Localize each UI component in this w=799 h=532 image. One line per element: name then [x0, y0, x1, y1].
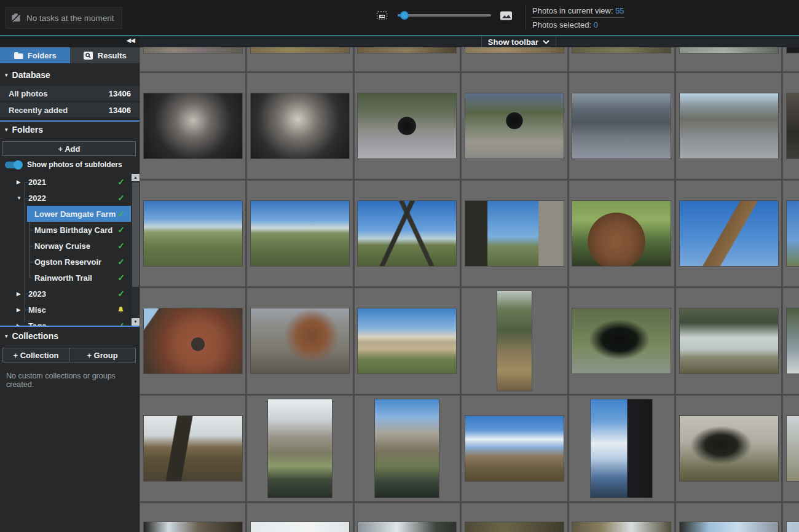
photo-moor-path[interactable] [144, 201, 242, 266]
photo-headframe-sky[interactable] [680, 201, 778, 266]
photo-edge-blue-sky[interactable] [680, 522, 778, 532]
large-thumbnails-icon[interactable] [500, 10, 513, 21]
photo-edge-cloud-gap[interactable] [358, 522, 456, 532]
small-thumbnails-icon[interactable] [376, 10, 388, 20]
photo-edge-blue-partial[interactable] [787, 522, 799, 532]
collapse-arrow-icon[interactable]: ▼ [17, 195, 22, 201]
photo-waterwheel-closeup[interactable] [144, 308, 242, 374]
subfolders-toggle[interactable] [5, 162, 21, 168]
folders-section-header[interactable]: ▾ Folders [0, 123, 140, 136]
sidebar: ◀◀ Folders Results ▾ Database All [0, 36, 140, 532]
photo-grid-cell [676, 73, 781, 179]
photo-edge-dark-scrub[interactable] [465, 522, 564, 532]
photo-grid-cell [355, 181, 460, 286]
folder-status-icon: ✓ [117, 206, 125, 222]
show-toolbar-button[interactable]: Show toolbar [482, 36, 556, 47]
photo-crag-river-blue[interactable] [375, 399, 439, 498]
photo-edge-dark[interactable] [787, 47, 799, 53]
photo-rusty-gear-field[interactable] [572, 201, 671, 266]
photo-tunnel-portal-mossy[interactable] [358, 93, 456, 158]
photo-grid-cell [462, 47, 567, 71]
photo-boardwalk-woods[interactable] [497, 291, 532, 391]
database-row[interactable]: Recently added13406 [0, 103, 140, 117]
scroll-down-button[interactable]: ▼ [132, 318, 140, 326]
photo-edge-mossy-wall[interactable] [144, 47, 242, 53]
photo-edge-moor-grass[interactable] [572, 47, 671, 53]
sidebar-tabs: Folders Results [0, 47, 140, 63]
tab-folders[interactable]: Folders [0, 47, 70, 63]
collections-section-header[interactable]: ▾ Collections [0, 330, 140, 342]
add-collection-button[interactable]: + Collection [2, 348, 69, 362]
folder-status-icon: ✓ [117, 238, 125, 254]
folder-tree-item-2023[interactable]: ▶2023✓ [0, 286, 140, 302]
scroll-up-button[interactable]: ▲ [132, 174, 140, 181]
toggle-knob [14, 160, 23, 170]
photo-edge-dry-grass[interactable] [251, 47, 349, 53]
tab-results[interactable]: Results [70, 47, 140, 63]
chevron-down-icon: ▾ [5, 72, 8, 78]
scrollbar-thumb[interactable] [132, 182, 139, 287]
folder-tree-item-lower-damgate-farm[interactable]: Lower Damgate Farm✓ [0, 206, 140, 222]
photo-edge-grey-path[interactable] [680, 47, 778, 53]
folder-tree-item-norway-cruise[interactable]: Norway Cruise✓ [0, 238, 140, 254]
folder-tree-item-misc[interactable]: ▶Misc [0, 302, 140, 318]
folder-tree-item-rainworth-trail[interactable]: Rainworth Trail✓ [0, 270, 140, 286]
photo-rock-silhouette[interactable] [591, 399, 652, 498]
photo-grid-cell [140, 47, 245, 71]
photo-grid-cell [462, 396, 567, 501]
add-group-button[interactable]: + Group [69, 348, 136, 362]
add-folder-button[interactable]: + Add [2, 141, 136, 156]
expand-arrow-icon[interactable]: ▶ [17, 307, 20, 313]
photo-edge-tan-field[interactable] [465, 47, 564, 53]
photo-grid-cell [569, 47, 674, 71]
photo-cliff-cave[interactable] [680, 416, 778, 481]
folder-name-label: Mums Birthday Card [34, 225, 112, 235]
thumbnail-size-slider[interactable] [398, 14, 491, 17]
photo-winter-trees-crag[interactable] [144, 416, 242, 481]
folder-tree-item-2021[interactable]: ▶2021✓ [0, 174, 140, 190]
photo-river-partial[interactable] [787, 308, 799, 374]
photo-grid-cell [355, 288, 460, 394]
photo-cave-opening-foliage[interactable] [572, 308, 671, 374]
photo-rock-cutting-dark[interactable] [787, 93, 799, 158]
photo-moor-standing-stones[interactable] [251, 201, 349, 266]
folder-tree-item-ogston-reservoir[interactable]: Ogston Reservoir✓ [0, 254, 140, 270]
folder-tree-item-2022[interactable]: ▼2022✓ [0, 190, 140, 206]
sidebar-collapse-icon[interactable]: ◀◀ [127, 37, 135, 44]
photo-farmhouse-track[interactable] [358, 308, 456, 374]
tree-scrollbar[interactable]: ▲ ▼ [132, 174, 140, 326]
photo-edge-brown-scrub[interactable] [358, 47, 456, 53]
database-row[interactable]: All photos13406 [0, 86, 140, 101]
photo-mine-sheds[interactable] [465, 201, 564, 266]
photo-mine-headframe[interactable] [358, 201, 456, 266]
photo-cliff-partial[interactable] [787, 416, 799, 481]
photo-river-footbridge[interactable] [680, 308, 778, 374]
photo-edge-trees-sky[interactable] [572, 522, 671, 532]
folder-tree-item-mums-birthday-card[interactable]: Mums Birthday Card✓ [0, 222, 140, 238]
photo-rock-cutting-light[interactable] [680, 93, 778, 158]
photo-rock-cutting-shaded[interactable] [572, 93, 671, 158]
folder-status-icon: ✓ [117, 318, 125, 326]
photo-waterwheel-stone-wall[interactable] [251, 308, 349, 374]
topbar-divider [525, 5, 526, 29]
slider-thumb[interactable] [400, 11, 409, 20]
photo-tunnel-interior-2[interactable] [251, 93, 349, 158]
database-section-header[interactable]: ▾ Database [0, 69, 140, 81]
folder-status-icon [117, 302, 125, 318]
chevron-down-icon [543, 40, 549, 44]
expand-arrow-icon[interactable]: ▶ [17, 179, 20, 185]
photo-tunnel-interior[interactable] [144, 93, 242, 158]
expand-arrow-icon[interactable]: ▶ [17, 291, 20, 297]
photo-headframe-partial[interactable] [787, 201, 799, 266]
photo-edge-pale-sky[interactable] [251, 522, 349, 532]
photo-pinnacle-trees-sky[interactable] [465, 416, 564, 481]
photo-edge-sky-trees[interactable] [144, 522, 242, 532]
photo-grid-cell [783, 503, 799, 532]
thumbnail-zoom-control [376, 6, 513, 25]
photo-grid-cell [247, 47, 352, 71]
folder-tree-item-tags[interactable]: ▶Tags✓ [0, 318, 140, 326]
photo-grid-cell [569, 73, 674, 179]
photo-grid-cell [462, 181, 567, 286]
photo-crag-river-pale[interactable] [268, 399, 332, 498]
photo-tunnel-portal-path[interactable] [465, 93, 564, 158]
